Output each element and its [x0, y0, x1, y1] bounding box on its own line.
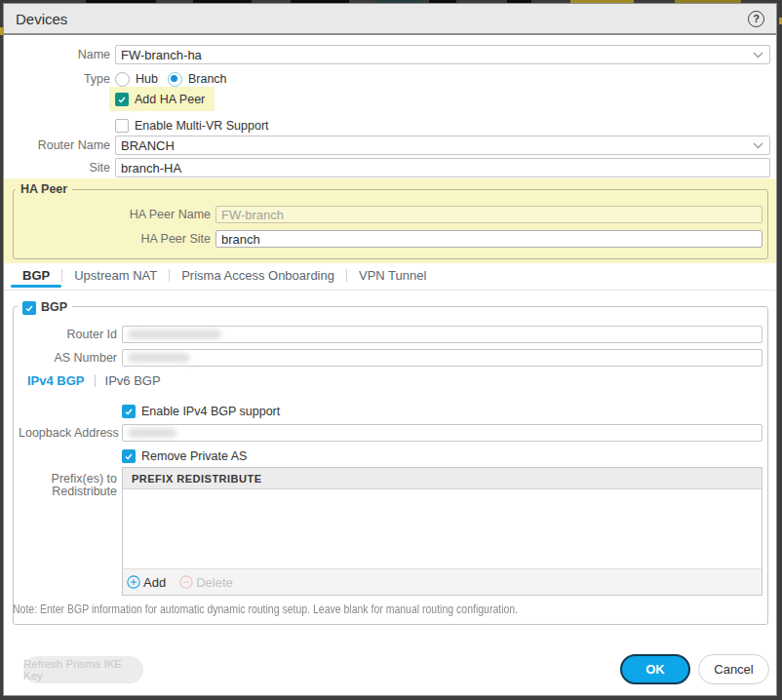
type-radio-branch-label: Branch — [188, 72, 227, 86]
tab-upstream-nat[interactable]: Upstream NAT — [62, 268, 169, 290]
as-number-label: AS Number — [19, 351, 117, 365]
cancel-button[interactable]: Cancel — [698, 654, 769, 684]
prefix-table-body — [123, 489, 762, 568]
router-name-label: Router Name — [4, 138, 110, 152]
prefix-redistribute-label: Prefix(es) to Redistribute — [19, 467, 117, 498]
ok-button[interactable]: OK — [620, 654, 690, 684]
tab-bgp[interactable]: BGP — [11, 268, 61, 290]
multi-vr-label: Enable Multi-VR Support — [135, 119, 269, 133]
bgp-note: Note: Enter BGP information for automati… — [13, 603, 518, 616]
bgp-fieldset: BGP Router Id AS Number IPv4 BGP IPv6 BG… — [13, 306, 768, 625]
check-icon — [124, 451, 134, 461]
ha-peer-name-label: HA Peer Name — [19, 208, 211, 221]
site-label: Site — [4, 161, 110, 175]
ha-peer-fieldset: HA Peer HA Peer Name FW-branch HA Peer S… — [13, 189, 768, 259]
name-label: Name — [4, 48, 110, 61]
redacted-value — [128, 428, 176, 438]
prefix-table-header: PREFIX REDISTRIBUTE — [123, 468, 762, 489]
check-icon — [24, 303, 34, 313]
redacted-value — [128, 330, 221, 339]
delete-icon — [179, 575, 193, 589]
add-ha-peer-label: Add HA Peer — [135, 93, 205, 106]
enable-ipv4-checkbox[interactable] — [122, 405, 136, 418]
ha-peer-highlight-section: HA Peer HA Peer Name FW-branch HA Peer S… — [4, 178, 776, 263]
add-icon — [127, 575, 140, 589]
dialog-titlebar: Devices ? — [4, 4, 776, 35]
router-name-select[interactable]: BRANCH — [115, 136, 770, 155]
router-id-label: Router Id — [19, 328, 117, 341]
ha-peer-site-label: HA Peer Site — [19, 232, 211, 246]
remove-private-as-checkbox[interactable] — [122, 449, 136, 463]
enable-ipv4-label: Enable IPv4 BGP support — [141, 405, 280, 418]
tab-prisma-access-onboarding[interactable]: Prisma Access Onboarding — [170, 268, 346, 290]
name-select[interactable]: FW-branch-ha — [115, 45, 770, 64]
delete-button[interactable]: Delete — [179, 575, 233, 590]
tab-vpn-tunnel[interactable]: VPN Tunnel — [347, 268, 438, 290]
check-icon — [124, 407, 134, 416]
dialog-footer: Refresh Prisma IKE Key OK Cancel — [4, 654, 776, 684]
devices-dialog: Devices ? Name FW-branch-ha Type Hub Bra… — [3, 3, 777, 696]
ha-peer-name-input: FW-branch — [215, 206, 762, 223]
remove-private-as-label: Remove Private AS — [141, 449, 247, 463]
prefix-redistribute-table: PREFIX REDISTRIBUTE Add Delete — [122, 467, 762, 596]
chevron-down-icon — [753, 142, 763, 149]
refresh-prisma-ike-key-button[interactable]: Refresh Prisma IKE Key — [23, 656, 143, 683]
multi-vr-checkbox[interactable] — [115, 119, 129, 133]
type-radio-hub[interactable] — [115, 72, 130, 87]
loopback-input[interactable] — [122, 424, 762, 442]
ha-peer-site-input[interactable]: branch — [215, 230, 762, 248]
prefix-table-toolbar: Add Delete — [123, 568, 762, 595]
loopback-label: Loopback Address — [19, 426, 117, 440]
type-label: Type — [4, 72, 110, 86]
help-icon[interactable]: ? — [748, 11, 764, 27]
add-ha-peer-highlight: Add HA Peer — [109, 87, 215, 111]
site-input[interactable]: branch-HA — [115, 158, 770, 177]
subtab-ipv4-bgp[interactable]: IPv4 BGP — [27, 373, 85, 388]
subtab-ipv6-bgp[interactable]: IPv6 BGP — [105, 373, 161, 388]
type-radio-hub-label: Hub — [136, 72, 158, 86]
router-id-input[interactable] — [122, 326, 762, 343]
ha-peer-legend: HA Peer — [16, 182, 72, 197]
bgp-subtabs: IPv4 BGP IPv6 BGP — [19, 372, 161, 388]
add-button[interactable]: Add — [127, 575, 166, 590]
chevron-down-icon — [753, 52, 763, 58]
check-icon — [117, 95, 127, 104]
tab-bar: BGP Upstream NAT Prisma Access Onboardin… — [4, 264, 776, 291]
redacted-value — [128, 353, 190, 363]
bgp-checkbox[interactable] — [22, 301, 36, 315]
dialog-title: Devices — [16, 11, 67, 27]
as-number-input[interactable] — [122, 349, 762, 367]
add-ha-peer-checkbox[interactable] — [115, 93, 129, 106]
bgp-legend: BGP — [18, 300, 72, 315]
type-radio-branch[interactable] — [168, 72, 182, 87]
